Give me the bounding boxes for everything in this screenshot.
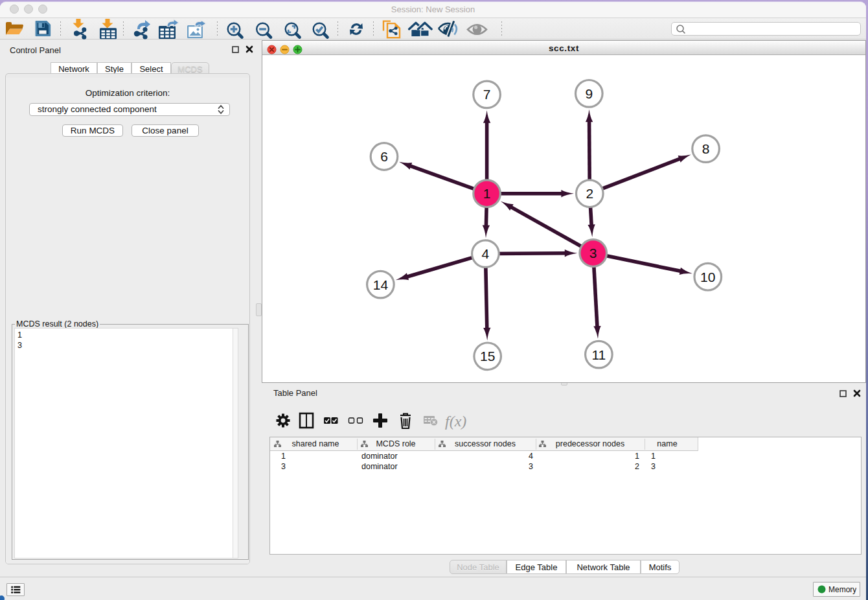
svg-text:1: 1 — [483, 186, 491, 201]
svg-text:14: 14 — [373, 277, 389, 292]
svg-text:10: 10 — [700, 270, 715, 284]
svg-text:6: 6 — [380, 149, 388, 164]
svg-text:15: 15 — [480, 349, 495, 363]
svg-text:8: 8 — [702, 141, 710, 156]
svg-text:9: 9 — [585, 86, 593, 101]
svg-text:Memory: Memory — [828, 585, 856, 594]
svg-text:3: 3 — [589, 246, 597, 260]
svg-text:f(x): f(x) — [445, 413, 466, 430]
svg-text:7: 7 — [483, 87, 491, 102]
svg-text:4: 4 — [482, 246, 490, 261]
svg-text:11: 11 — [591, 347, 606, 362]
svg-text:2: 2 — [586, 186, 593, 201]
